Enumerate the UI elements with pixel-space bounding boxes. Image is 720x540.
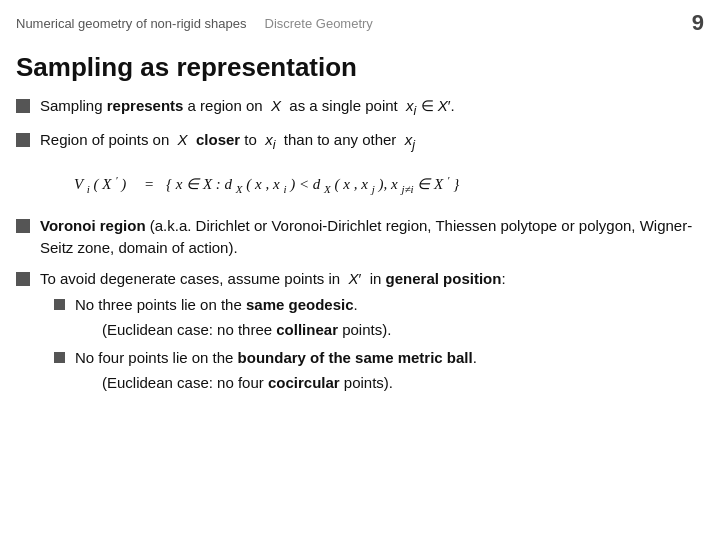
bullet-icon-1 <box>16 99 30 113</box>
slide-title: Sampling as representation <box>0 42 720 95</box>
bullet-1: Sampling represents a region on X as a s… <box>16 95 704 121</box>
bullet-text-2: Region of points on X closer to xi than … <box>40 129 704 155</box>
indent-text-1: (Euclidean case: no three collinear poin… <box>102 319 704 342</box>
slide-header: Numerical geometry of non-rigid shapes D… <box>0 0 720 42</box>
course-title: Numerical geometry of non-rigid shapes <box>16 16 247 31</box>
sub-bullet-text-2: No four points lie on the boundary of th… <box>75 347 704 370</box>
sub-bullet-icon-1 <box>54 299 65 310</box>
bullet-icon-2 <box>16 133 30 147</box>
indent-text-2: (Euclidean case: no four cocircular poin… <box>102 372 704 395</box>
page-number: 9 <box>692 10 704 36</box>
svg-text:V
        i
        (
        : V i ( X ′ ) = { x ∈ X : d X ( x , x i ) <box>74 171 459 196</box>
bullet-text-3: Voronoi region (a.k.a. Dirichlet or Voro… <box>40 215 704 260</box>
bullet-text-4: To avoid degenerate cases, assume points… <box>40 268 704 291</box>
bullet-3: Voronoi region (a.k.a. Dirichlet or Voro… <box>16 215 704 260</box>
bullet-icon-3 <box>16 219 30 233</box>
bullet-text-1: Sampling represents a region on X as a s… <box>40 95 704 121</box>
sub-bullet-text-1: No three points lie on the same geodesic… <box>75 294 704 317</box>
sub-bullet-icon-2 <box>54 352 65 363</box>
sub-bullet-2: No four points lie on the boundary of th… <box>54 347 704 370</box>
sub-bullets: No three points lie on the same geodesic… <box>40 294 704 394</box>
bullet-2: Region of points on X closer to xi than … <box>16 129 704 155</box>
bullet-4: To avoid degenerate cases, assume points… <box>16 268 704 291</box>
sub-bullet-1: No three points lie on the same geodesic… <box>54 294 704 317</box>
slide-content: Sampling represents a region on X as a s… <box>0 95 720 394</box>
formula-block: V i ( X ′ ) = { x ∈ X : d X ( x , x i ) <box>40 165 704 203</box>
voronoi-formula: V i ( X ′ ) = { x ∈ X : d X ( x , x i ) <box>64 165 554 203</box>
bullet-icon-4 <box>16 272 30 286</box>
section-title: Discrete Geometry <box>265 16 373 31</box>
